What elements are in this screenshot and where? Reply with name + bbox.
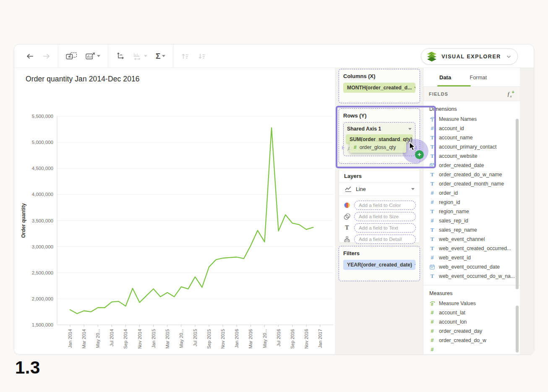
- chevron-down-icon: [507, 55, 511, 58]
- shared-axis-drop-zone[interactable]: Add field to shared axis: [346, 144, 413, 154]
- field-item-sales-rep-name[interactable]: Tsales_rep_name: [423, 225, 520, 235]
- columns-shelf[interactable]: Columns (X) MONTH(order_created_d...: [339, 69, 420, 103]
- field-item-sales-rep-id[interactable]: #sales_rep_id: [423, 216, 520, 225]
- field-item-region-id[interactable]: #region_id: [423, 198, 520, 207]
- detail-drop-zone[interactable]: Add a field to Detail: [354, 235, 416, 244]
- field-item-order-created-do-w-name[interactable]: Torder_created_do_w_name: [423, 170, 520, 179]
- field-item-account-website[interactable]: Taccount_website: [423, 152, 520, 161]
- field-item-web-event-occurred-do-w-na[interactable]: Tweb_event_occurred_do_w_na...: [423, 272, 520, 281]
- number-field-icon: #: [429, 255, 435, 261]
- measures-section: Measures #Measure Values#account_lat#acc…: [423, 285, 520, 354]
- field-item-account-lon[interactable]: #account_lon: [423, 317, 520, 327]
- dimensions-scrollbar[interactable]: [516, 119, 519, 289]
- field-item-measure-values[interactable]: #Measure Values: [423, 299, 520, 308]
- text-field-icon: T: [429, 153, 435, 159]
- shared-axis-group: Shared Axis 1 SUM(order_standard_qty) Ad…: [343, 122, 415, 156]
- visual-explorer-menu-button[interactable]: VISUAL EXPLORER: [421, 48, 518, 65]
- chevron-down-icon: [411, 188, 415, 190]
- svg-text:3,000,000: 3,000,000: [32, 244, 53, 249]
- field-item-web-event-channel[interactable]: Tweb_event_channel: [423, 235, 520, 244]
- measure-set-icon: T: [429, 117, 435, 122]
- text-field-icon: T: [429, 144, 435, 150]
- field-item-web-event-created-occurred[interactable]: Tweb_event_created_occurred...: [423, 244, 520, 253]
- mark-type-dropdown[interactable]: Line: [339, 183, 420, 196]
- svg-text:Jan 2014: Jan 2014: [68, 329, 73, 348]
- chevron-down-icon: [415, 264, 415, 266]
- number-field-icon: #: [429, 337, 435, 343]
- measures-scrollbar[interactable]: [516, 306, 519, 353]
- svg-text:Sep 2015: Sep 2015: [206, 329, 211, 349]
- text-field-icon: T: [429, 245, 435, 252]
- create-calculated-field-icon[interactable]: ƒx+: [507, 89, 514, 98]
- forward-icon: [42, 52, 50, 60]
- number-field-icon: #: [429, 310, 435, 316]
- field-item-order-created-date[interactable]: order_created_date: [423, 161, 520, 170]
- shared-axis-dropdown[interactable]: Shared Axis 1: [346, 124, 413, 133]
- svg-text:2,500,000: 2,500,000: [32, 270, 53, 275]
- svg-text:3,500,000: 3,500,000: [32, 218, 53, 223]
- line-chart-icon: [344, 186, 352, 192]
- color-drop-zone[interactable]: Add a field to Color: [354, 201, 416, 210]
- text-field-icon: T: [429, 227, 435, 233]
- svg-text:Nov 2015: Nov 2015: [220, 329, 225, 349]
- svg-text:Jan 2017: Jan 2017: [318, 329, 323, 348]
- remove-chart-icon[interactable]: [86, 52, 100, 60]
- chevron-down-icon: [414, 87, 415, 89]
- svg-text:May 20...: May 20...: [95, 329, 100, 348]
- date-field-icon: [429, 264, 435, 269]
- field-item-account-name[interactable]: Taccount_name: [423, 133, 520, 142]
- size-drop-zone[interactable]: Add a field to Size: [354, 212, 416, 221]
- rows-shelf[interactable]: Rows (Y) Shared Axis 1 SUM(order_standar…: [339, 108, 420, 164]
- field-item-web-event-id[interactable]: #web_event_id: [423, 253, 520, 262]
- visual-explorer-window: Σ VISUAL EXPLORER Order quantity Jan 201…: [14, 44, 534, 355]
- filters-shelf-title: Filters: [343, 250, 415, 256]
- fields-header-bar: FIELDS ƒx+: [423, 86, 520, 101]
- swap-axes-icon[interactable]: [116, 52, 124, 60]
- layers-title: Layers: [339, 169, 420, 183]
- number-field-icon: #: [429, 319, 435, 325]
- field-item-account-primary-contact[interactable]: Taccount_primary_contact: [423, 142, 520, 152]
- duplicate-chart-icon[interactable]: [66, 52, 77, 60]
- visual-explorer-label: VISUAL EXPLORER: [441, 54, 501, 60]
- svg-text:T: T: [431, 118, 433, 122]
- svg-text:4,500,000: 4,500,000: [32, 166, 53, 171]
- field-item-order-id[interactable]: #order_id: [423, 188, 520, 198]
- field-item-region-name[interactable]: Tregion_name: [423, 207, 520, 216]
- dimensions-list: TMeasure Names#account_idTaccount_nameTa…: [423, 115, 520, 281]
- svg-text:Jul 2015: Jul 2015: [193, 329, 198, 347]
- field-item-order-created-month-name[interactable]: Torder_created_month_name: [423, 179, 520, 188]
- tab-format[interactable]: Format: [470, 74, 487, 81]
- field-item[interactable]: #: [423, 345, 520, 354]
- field-item-account-id[interactable]: #account_id: [423, 124, 520, 133]
- number-field-icon: #: [429, 328, 435, 334]
- svg-text:Mar 2015: Mar 2015: [165, 329, 170, 348]
- text-field-icon: T: [429, 273, 435, 280]
- layer-slot: TAdd a field to Text: [343, 222, 416, 233]
- text-drop-zone[interactable]: Add a field to Text: [354, 223, 416, 233]
- svg-text:Mar 2014: Mar 2014: [81, 329, 86, 348]
- tab-data[interactable]: Data: [439, 74, 451, 81]
- drop-indicator-left: [342, 146, 344, 150]
- aggregate-sigma-icon[interactable]: Σ: [156, 52, 165, 60]
- measures-section-label: Measures: [423, 285, 520, 299]
- filter-pill-year-order-created-date[interactable]: YEAR(order_created_date): [343, 260, 415, 270]
- panel-gutter: [520, 68, 534, 354]
- svg-text:Jul 2016: Jul 2016: [276, 329, 281, 347]
- line-chart[interactable]: 1,500,0002,000,0002,500,0003,000,0003,50…: [14, 110, 335, 355]
- field-item-web-event-occurred-date[interactable]: web_event_occurred_date: [423, 262, 520, 272]
- field-item-account-lat[interactable]: #account_lat: [423, 308, 520, 317]
- svg-text:Order quantity: Order quantity: [21, 203, 26, 238]
- columns-shelf-title: Columns (X): [343, 73, 415, 79]
- columns-pill-month-order-created-date[interactable]: MONTH(order_created_d...: [343, 83, 415, 93]
- filters-shelf[interactable]: Filters YEAR(order_created_date): [339, 246, 420, 281]
- field-item-measure-names[interactable]: TMeasure Names: [423, 115, 520, 124]
- back-icon[interactable]: [26, 52, 34, 60]
- svg-text:Sep 2016: Sep 2016: [290, 329, 295, 349]
- field-item-order-created-day[interactable]: #order_created_day: [423, 327, 520, 336]
- svg-text:1,500,000: 1,500,000: [32, 322, 53, 327]
- layer-slot: Add a field to Detail: [343, 233, 416, 245]
- rows-pill-sum-order-standard-qty[interactable]: SUM(order_standard_qty): [346, 134, 413, 144]
- sort-descending-icon: [198, 52, 206, 60]
- histogram-icon: [133, 52, 147, 60]
- field-item-order-created-do-w[interactable]: #order_created_do_w: [423, 336, 520, 345]
